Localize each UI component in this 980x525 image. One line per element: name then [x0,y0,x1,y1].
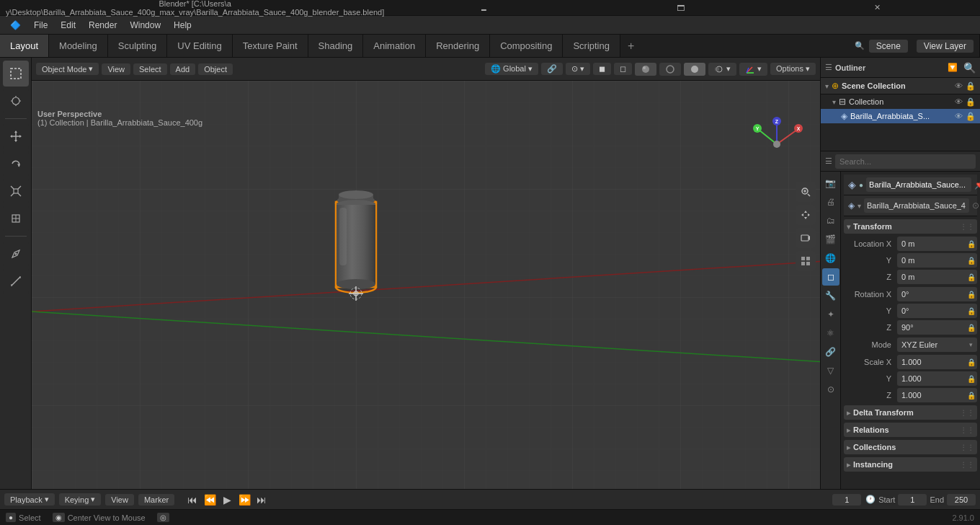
rotate-tool[interactable] [3,151,29,177]
menu-render[interactable]: Render [83,19,122,32]
prev-frame-btn[interactable]: ⏪ [202,492,218,508]
props-view-btn[interactable]: ☰ [825,156,832,166]
output-props-btn[interactable]: 🖨 [822,193,839,211]
scene-selector[interactable]: 🔍 [855,41,865,50]
object-menu[interactable]: Object [198,63,233,75]
scale-z-lock[interactable]: 🔒 [967,392,976,400]
move-tool[interactable] [3,123,29,149]
close-button[interactable]: ✕ [780,3,974,13]
select-box-tool[interactable] [3,61,29,87]
scale-y-lock[interactable]: 🔒 [967,375,976,383]
current-frame[interactable]: 1 [832,494,861,506]
location-y-field[interactable]: 0 m 🔒 [897,253,977,268]
add-menu[interactable]: Add [170,63,196,75]
particles-props-btn[interactable]: ✦ [822,306,839,323]
minimize-button[interactable]: 🗕 [387,3,581,13]
outliner-view-btn[interactable]: ☰ [825,63,832,72]
options-dropdown[interactable]: Options ▾ [770,63,816,75]
view-layer-props-btn[interactable]: 🗂 [822,212,839,229]
location-x-lock[interactable]: 🔒 [967,240,976,248]
shading-mode-wire[interactable]: ◻ [614,63,632,75]
3d-object-jar[interactable] [316,182,396,330]
tab-uv-editing[interactable]: UV Editing [167,35,232,57]
menu-window[interactable]: Window [124,19,166,32]
object-name-input[interactable] [866,177,971,192]
collection-eye[interactable]: 👁 [955,97,963,106]
jump-start-btn[interactable]: ⏮ [184,492,200,508]
tab-add-button[interactable]: + [620,35,641,57]
snap-toggle[interactable]: 🔗 [541,63,563,75]
viewport-overlay-dropdown[interactable]: ▾ [708,63,736,76]
viewport-shading-rendered[interactable] [635,63,656,76]
proportional-edit[interactable]: ⊙ ▾ [566,63,590,75]
scene-label[interactable]: Scene [869,40,908,53]
object-restrict[interactable]: 🔒 [966,112,976,121]
scene-collection-restrict[interactable]: 🔒 [966,81,976,91]
scene-collection-item[interactable]: ▾ ⊕ Scene Collection 👁 🔒 [821,78,980,94]
location-z-field[interactable]: 0 m 🔒 [897,270,977,284]
material-props-btn[interactable]: ⊙ [822,381,839,398]
object-eye[interactable]: 👁 [955,112,963,120]
menu-help[interactable]: Help [168,19,197,32]
render-props-btn[interactable]: 📷 [822,175,839,192]
data-name-input[interactable] [864,198,969,213]
delta-transform-section[interactable]: ▸ Delta Transform ⋮⋮ [844,405,977,420]
viewport-shading-solid[interactable] [684,63,705,76]
zoom-tool[interactable] [796,182,816,202]
viewport-gizmo[interactable]: Z X Y [748,115,806,173]
select-menu[interactable]: Select [133,63,167,75]
grid-area[interactable]: User Perspective (1) Collection | Barill… [32,81,820,489]
object-props-btn[interactable]: ◻ [822,268,839,286]
relations-section[interactable]: ▸ Relations ⋮⋮ [844,423,977,437]
scene-collection-eye[interactable]: 👁 [955,81,963,90]
rotation-y-field[interactable]: 0° 🔒 [897,304,977,318]
measure-tool[interactable] [3,268,29,294]
menu-file[interactable]: File [28,19,53,32]
menu-edit[interactable]: Edit [55,19,81,32]
data-props-btn[interactable]: ▽ [822,362,839,379]
outliner-search-icon[interactable]: 🔍 [963,62,976,74]
tab-animation[interactable]: Animation [363,35,426,57]
scene-props-btn[interactable]: 🎬 [822,231,839,248]
viewport-shading-material[interactable] [659,63,681,76]
location-x-field[interactable]: 0 m 🔒 [897,237,977,251]
pan-tool[interactable] [796,205,816,225]
view-dropdown[interactable]: View [105,494,134,506]
physics-props-btn[interactable]: ⚛ [822,325,839,342]
view-layer-selector[interactable]: View Layer [917,40,974,53]
tab-shading[interactable]: Shading [308,35,364,57]
view-menu[interactable]: View [102,63,130,75]
location-z-lock[interactable]: 🔒 [967,273,976,281]
rotation-z-field[interactable]: 90° 🔒 [897,320,977,335]
next-frame-btn[interactable]: ⏩ [236,492,252,508]
transform-tool[interactable] [3,206,29,231]
annotate-tool[interactable] [3,241,29,267]
rotation-x-lock[interactable]: 🔒 [967,291,976,299]
outliner-filter-btn[interactable]: 🔽 [948,63,958,72]
gizmo-dropdown[interactable]: ▾ [739,63,767,76]
start-frame[interactable]: 1 [898,494,927,506]
pin-icon[interactable]: 📌 [974,180,980,190]
tab-rendering[interactable]: Rendering [426,35,490,57]
jump-end-btn[interactable]: ⏭ [254,492,270,508]
scale-tool[interactable] [3,178,29,204]
end-frame[interactable]: 250 [947,494,976,506]
instancing-section[interactable]: ▸ Instancing ⋮⋮ [844,457,977,472]
tab-compositing[interactable]: Compositing [490,35,563,57]
transform-global-dropdown[interactable]: 🌐 Global ▾ [485,63,538,75]
transform-section-header[interactable]: ▾ Transform ⋮⋮ [844,219,977,234]
tab-modeling[interactable]: Modeling [49,35,108,57]
camera-view-tool[interactable] [796,228,816,248]
viewport[interactable]: Object Mode ▾ View Select Add Object 🌐 G… [32,58,820,489]
rotation-x-field[interactable]: 0° 🔒 [897,287,977,301]
world-props-btn[interactable]: 🌐 [822,250,839,267]
maximize-button[interactable]: 🗖 [584,3,778,13]
collections-section[interactable]: ▸ Collections ⋮⋮ [844,440,977,454]
marker-dropdown[interactable]: Marker [138,494,174,506]
scale-x-lock[interactable]: 🔒 [967,358,976,366]
constraints-props-btn[interactable]: 🔗 [822,343,839,361]
data-dropdown-icon[interactable]: ▾ [858,202,861,210]
rotation-z-lock[interactable]: 🔒 [967,324,976,332]
props-search-input[interactable] [835,154,976,169]
grid-tool[interactable] [796,251,816,271]
